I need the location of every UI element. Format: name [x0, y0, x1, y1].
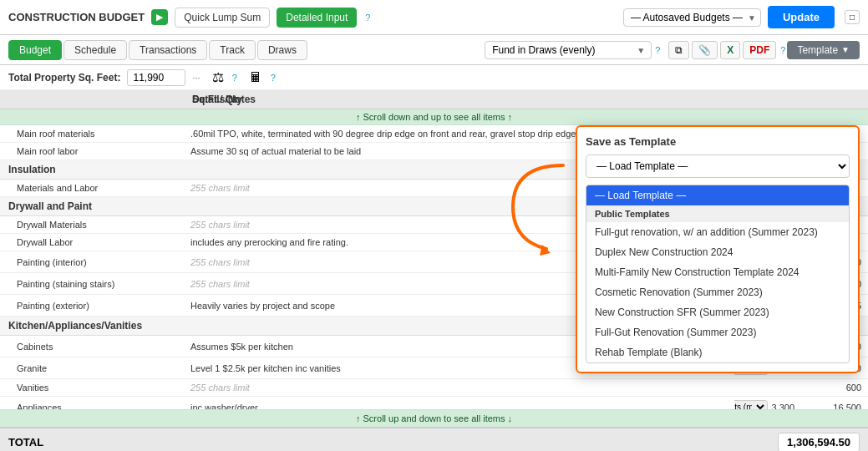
row-notes[interactable]: 255 chars limit	[184, 379, 734, 396]
row-name: Painting (exterior)	[0, 297, 184, 314]
row-name: Vanities	[0, 379, 184, 396]
template-overlay: Save as Template — Load Template — — Loa…	[576, 125, 860, 373]
row-amount: 600	[801, 379, 868, 396]
header: CONSTRUCTION BUDGET ▶ Quick Lump Sum Det…	[0, 0, 868, 35]
header-question-mark[interactable]: ?	[365, 13, 370, 23]
autosave-select[interactable]: — Autosaved Budgets —	[623, 8, 761, 27]
row-qty[interactable]: # of units (multi- 3,300	[734, 397, 801, 409]
row-name: Granite	[0, 360, 184, 377]
excel-icon-btn[interactable]: X	[720, 41, 740, 59]
row-name: Painting (interior)	[0, 254, 184, 271]
row-name: Main roof materials	[0, 125, 184, 142]
total-amount: 1,306,594.50	[778, 433, 860, 452]
row-name: Cabinets	[0, 338, 184, 355]
table-row: Vanities 255 chars limit 600	[0, 379, 868, 397]
detailed-input-tab[interactable]: Detailed Input	[277, 8, 357, 28]
section-title: Drywall and Paint	[0, 197, 184, 215]
autosave-wrap: — Autosaved Budgets —	[623, 8, 761, 27]
template-item-5[interactable]: New Construction SFR (Summer 2023)	[586, 302, 849, 322]
update-button[interactable]: Update	[768, 6, 835, 28]
fund-select[interactable]: Fund in Draws (evenly)	[485, 41, 652, 59]
total-bar: TOTAL 1,306,594.50	[0, 427, 868, 451]
section-title: Kitchen/Appliances/Vanities	[0, 317, 184, 335]
row-name: Materials and Labor	[0, 180, 184, 196]
tab-budget[interactable]: Budget	[8, 40, 62, 60]
clip-icon-btn[interactable]: 📎	[692, 41, 718, 59]
sqft-input[interactable]	[127, 69, 185, 86]
section-title: Insulation	[0, 160, 184, 179]
template-dropdown-list: — Load Template — Public Templates Full-…	[586, 185, 850, 363]
tab-schedule[interactable]: Schedule	[63, 40, 127, 60]
template-item-6[interactable]: Full-Gut Renovation (Summer 2023)	[586, 322, 849, 342]
template-item-4[interactable]: Cosmetic Renovation (Summer 2023)	[586, 282, 849, 302]
row-notes[interactable]: inc washer/dryer	[184, 399, 734, 410]
template-box-title: Save as Template	[586, 135, 850, 148]
col-header-sqft: Sq.Ft./ Qty	[192, 94, 726, 105]
row-qty[interactable]	[734, 384, 801, 391]
scroll-notice-top: ↑ Scroll down and up to see all items ↑	[0, 109, 868, 125]
template-item-7[interactable]: Rehab Template (Blank)	[586, 342, 849, 362]
icon-group-question[interactable]: ?	[780, 45, 785, 55]
sqft-label: Total Property Sq. Feet:	[8, 72, 120, 84]
template-button[interactable]: Template	[787, 41, 860, 59]
template-load-select[interactable]: — Load Template —	[586, 155, 850, 178]
tab-draws[interactable]: Draws	[257, 40, 307, 60]
calculator-icon[interactable]: 🖩	[249, 70, 262, 85]
table-area: Details/Notes Sq.Ft./ Qty ↑ Scroll down …	[0, 90, 868, 427]
scale-icon[interactable]: ⚖	[212, 69, 224, 85]
tab-track[interactable]: Track	[209, 40, 256, 60]
copy-icon-btn[interactable]: ⧉	[668, 41, 689, 59]
icon-group: ⧉ 📎 X PDF ?	[668, 41, 785, 59]
template-item-1[interactable]: Full-gut renovation, w/ an addition (Sum…	[586, 222, 849, 242]
col-header-details: Details/Notes	[8, 94, 192, 105]
app-title: CONSTRUCTION BUDGET	[8, 11, 145, 23]
quick-lump-sum-tab[interactable]: Quick Lump Sum	[175, 8, 270, 28]
fund-select-wrap: Fund in Draws (evenly)	[485, 41, 652, 59]
row-name: Appliances	[0, 399, 184, 410]
pdf-icon-btn[interactable]: PDF	[743, 41, 776, 59]
qty-select[interactable]: # of units (multi-	[734, 400, 768, 409]
template-group-public: Public Templates	[586, 205, 849, 222]
row-name: Drywall Labor	[0, 234, 184, 251]
excel-icon: X	[727, 44, 733, 56]
row-name: Main roof labor	[0, 143, 184, 160]
sqft-more[interactable]: ···	[192, 73, 200, 83]
nav-tabs: Budget Schedule Transactions Track Draws…	[0, 35, 868, 65]
nav-question-mark[interactable]: ?	[655, 45, 660, 55]
row-qty-val: 3,300	[771, 403, 794, 410]
tab-transactions[interactable]: Transactions	[129, 40, 207, 60]
template-item-3[interactable]: Multi-Family New Construction Template 2…	[586, 262, 849, 282]
template-item-2[interactable]: Duplex New Construction 2024	[586, 242, 849, 262]
template-item-load[interactable]: — Load Template —	[586, 185, 849, 205]
total-label: TOTAL	[8, 436, 43, 448]
video-icon-btn[interactable]: ▶	[151, 9, 168, 25]
sqft-row: Total Property Sq. Feet: ··· ⚖ ? 🖩 ?	[0, 65, 868, 90]
table-header: Details/Notes Sq.Ft./ Qty	[0, 90, 868, 109]
scroll-notice-bottom: ↑ Scroll up and down to see all items ↓	[0, 409, 868, 427]
row-name: Drywall Materials	[0, 216, 184, 233]
row-name: Painting (staining stairs)	[0, 276, 184, 292]
orange-arrow	[505, 157, 571, 260]
pdf-icon: PDF	[749, 44, 769, 56]
sqft-question-1[interactable]: ?	[232, 73, 237, 83]
minimize-button[interactable]: □	[845, 10, 860, 24]
row-amount: 16,500	[801, 399, 868, 410]
col-header-empty	[726, 94, 860, 105]
sqft-question-2[interactable]: ?	[271, 73, 276, 83]
table-row: Appliances inc washer/dryer # of units (…	[0, 397, 868, 409]
template-box: Save as Template — Load Template — — Loa…	[576, 125, 860, 373]
